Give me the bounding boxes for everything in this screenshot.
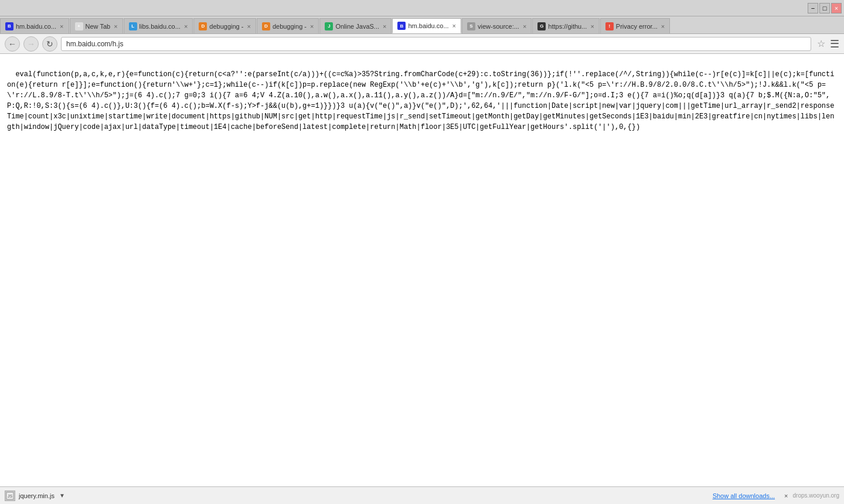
show-all-downloads-link[interactable]: Show all downloads... [713,492,775,499]
tab-favicon-debug: D [199,22,207,30]
tab-tab-java[interactable]: JOnline JavaS...× [319,18,392,33]
tab-label: view-source:... [478,23,519,30]
svg-text:JS: JS [8,494,13,498]
download-bar-close-icon[interactable]: × [784,492,788,499]
download-filename: jquery.min.js [19,492,55,499]
tab-tab-hm2[interactable]: Bhm.baidu.co...× [392,18,461,33]
tab-label: New Tab [86,23,111,30]
tab-tab-debug2[interactable]: Ddebugging -× [257,18,319,33]
tab-favicon-libs: L [129,22,137,30]
tab-tab-debug1[interactable]: Ddebugging -× [193,18,256,33]
tab-tab-viewsrc[interactable]: Sview-source:...× [462,18,532,33]
nav-bar: ← → ↻ hm.baidu.com/h.js ☆ ☰ [0,34,844,54]
tab-close-icon[interactable]: × [310,23,314,30]
tab-favicon-baidu: B [5,22,13,30]
tab-close-icon[interactable]: × [247,23,250,30]
tab-label: Privacy error... [616,23,658,30]
download-chevron-icon[interactable]: ▼ [59,492,65,499]
tab-tab-new[interactable]: +New Tab× [70,18,123,33]
tab-close-icon[interactable]: × [383,23,386,30]
tab-label: https://githu... [548,23,587,30]
code-text: eval(function(p,a,c,k,e,r){e=function(c)… [7,70,834,131]
close-button[interactable]: × [831,3,842,13]
tab-tab-libs[interactable]: Llibs.baidu.co...× [124,18,193,33]
tab-close-icon[interactable]: × [114,23,117,30]
tab-favicon-java: J [325,22,333,30]
download-bar-right: Show all downloads... × drops.wooyun.org [713,492,839,499]
download-bar: JS jquery.min.js ▼ Show all downloads...… [0,486,844,504]
url-text: hm.baidu.com/h.js [66,40,123,48]
tab-label: hm.baidu.co... [408,22,448,29]
tab-tab-hm1[interactable]: Bhm.baidu.co...× [0,18,69,33]
tab-label: debugging - [273,23,307,30]
tab-label: Online JavaS... [335,23,379,30]
omnibox[interactable]: hm.baidu.com/h.js [61,37,811,51]
tab-close-icon[interactable]: × [523,23,526,30]
tab-close-icon[interactable]: × [452,22,456,29]
tab-close-icon[interactable]: × [184,23,188,30]
download-file-icon: JS [5,491,15,501]
tab-close-icon[interactable]: × [661,23,665,30]
tab-favicon-debug: D [262,22,270,30]
tab-favicon-github: G [537,22,546,30]
back-button[interactable]: ← [5,36,20,52]
tab-tab-privacy[interactable]: !Privacy error...× [600,18,670,33]
tab-label: hm.baidu.co... [16,23,56,30]
title-bar: − □ × [0,0,844,16]
watermark-text: drops.wooyun.org [793,492,840,499]
tab-close-icon[interactable]: × [590,23,594,30]
tab-label: debugging - [209,23,243,30]
menu-icon[interactable]: ☰ [830,38,839,50]
tab-favicon-privacy: ! [605,22,614,30]
tab-favicon-viewsrc: S [467,22,475,30]
code-content: eval(function(p,a,c,k,e,r){e=function(c)… [0,54,844,486]
bookmark-star-icon[interactable]: ☆ [817,38,825,49]
title-bar-controls: − □ × [808,3,842,13]
reload-button[interactable]: ↻ [42,36,57,52]
maximize-button[interactable]: □ [819,3,830,13]
tab-favicon-new: + [75,22,83,30]
tab-close-icon[interactable]: × [60,23,63,30]
tab-tab-github[interactable]: Ghttps://githu...× [532,18,599,33]
tab-bar: Bhm.baidu.co...×+New Tab×Llibs.baidu.co.… [0,16,844,34]
minimize-button[interactable]: − [808,3,818,13]
download-item: JS jquery.min.js ▼ [5,491,65,501]
forward-button[interactable]: → [23,36,39,52]
tab-label: libs.baidu.co... [139,23,181,30]
tab-favicon-baidu: B [397,22,406,30]
